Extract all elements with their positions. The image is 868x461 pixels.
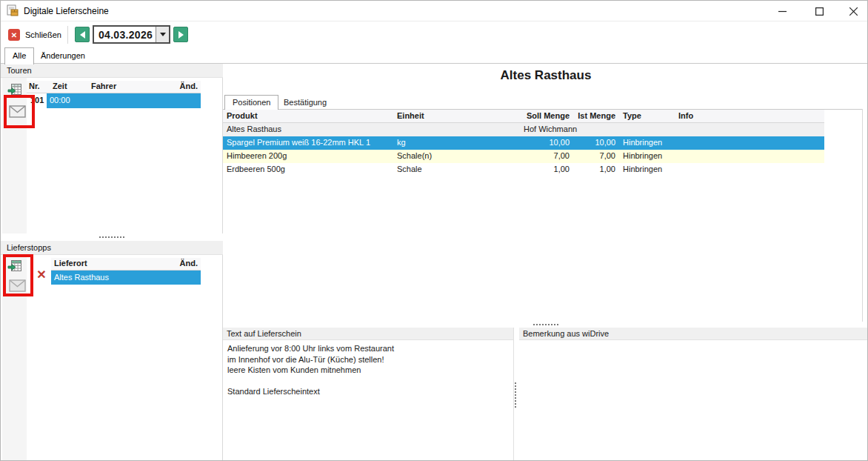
close-icon xyxy=(849,7,858,16)
tour-number: 101 xyxy=(30,96,44,105)
splitter-grip xyxy=(99,236,124,238)
schliessen-button[interactable]: ✕ Schließen xyxy=(8,27,61,42)
widrive-remark-content[interactable] xyxy=(519,340,868,461)
app-icon xyxy=(7,4,19,17)
widrive-remark-title: Bemerkung aus wiDrive xyxy=(519,328,868,340)
title-bar: Digitale Lieferscheine xyxy=(1,1,868,21)
touren-icon-strip xyxy=(2,78,27,233)
date-dropdown-button[interactable] xyxy=(156,27,169,42)
lieferschein-text-content[interactable]: Anlieferung vor 8:00 Uhr links vom Resta… xyxy=(223,340,513,461)
tab-bestaetigung[interactable]: Bestätigung xyxy=(276,96,334,110)
tab-positionen[interactable]: Positionen xyxy=(224,95,278,110)
arrow-left-icon xyxy=(80,31,85,39)
next-day-button[interactable] xyxy=(173,27,188,42)
positions-table-header: Produkt Einheit Soll Menge Ist Menge Typ… xyxy=(223,110,824,123)
splitter-grip xyxy=(533,324,558,325)
date-value: 04.03.2026 xyxy=(94,27,156,42)
lieferstopp-row[interactable]: Altes Rasthaus xyxy=(51,271,201,285)
delete-stop-icon[interactable]: ✕ xyxy=(35,268,48,282)
minimize-button[interactable] xyxy=(765,1,799,21)
chevron-down-icon xyxy=(160,33,166,36)
group-row[interactable]: Altes Rasthaus Hof Wichmann xyxy=(223,123,824,136)
tab-alle[interactable]: Alle xyxy=(4,47,34,64)
touren-table-header: Nr. Zeit Fahrer Änd. xyxy=(27,81,201,93)
main-tab-bar: Alle Änderungen xyxy=(1,47,868,64)
toolbar: ✕ Schließen 04.03.2026 xyxy=(1,22,868,47)
close-window-button[interactable] xyxy=(836,1,868,21)
mail-icon-disabled[interactable] xyxy=(9,279,26,292)
lieferschein-text-title: Text auf Lieferschein xyxy=(223,328,513,340)
lieferschein-text-panel: Text auf Lieferschein Anlieferung vor 8:… xyxy=(223,328,514,461)
page-title: Altes Rasthaus xyxy=(223,68,868,83)
horizontal-splitter[interactable] xyxy=(1,233,223,241)
tour-time: 00:00 xyxy=(47,93,201,108)
red-x-icon: ✕ xyxy=(8,29,20,41)
horizontal-splitter[interactable] xyxy=(223,322,868,328)
table-row[interactable]: Erdbeeren 500g Schale 1,00 1,00 Hinbring… xyxy=(223,163,824,176)
panel-border xyxy=(862,109,863,322)
date-picker[interactable]: 04.03.2026 xyxy=(93,25,170,44)
left-panel: Touren Nr. Zeit Fahrer Änd. 101 00:00 Li… xyxy=(1,64,223,461)
previous-day-button[interactable] xyxy=(75,27,90,42)
table-row[interactable]: Spargel Premium weiß 16-22mm HKL 1 kg 10… xyxy=(223,136,824,150)
table-row[interactable]: Himbeeren 200g Schale(n) 7,00 7,00 Hinbr… xyxy=(223,150,824,163)
touren-section-title: Touren xyxy=(1,64,223,78)
maximize-icon xyxy=(815,7,824,16)
lieferstopps-table-header: Lieferort Änd. xyxy=(51,258,201,271)
arrow-right-icon xyxy=(178,31,184,39)
tab-aenderungen[interactable]: Änderungen xyxy=(33,48,93,64)
maximize-button[interactable] xyxy=(802,1,836,21)
touren-row[interactable]: 101 00:00 xyxy=(27,93,201,108)
mail-icon[interactable] xyxy=(9,105,26,118)
lieferstopps-section-title: Lieferstopps xyxy=(1,241,223,255)
widrive-remark-panel: Bemerkung aus wiDrive xyxy=(519,328,868,461)
vertical-splitter[interactable] xyxy=(515,382,516,408)
send-to-table-icon[interactable] xyxy=(7,83,22,96)
app-window: Digitale Lieferscheine ✕ Schließen 04.03… xyxy=(0,0,868,461)
detail-panel: Altes Rasthaus Positionen Bestätigung Pr… xyxy=(223,64,868,461)
toolbar-separator xyxy=(67,26,68,44)
minimize-icon xyxy=(778,7,787,16)
window-title: Digitale Lieferscheine xyxy=(24,6,109,16)
send-to-table-icon[interactable] xyxy=(7,259,22,273)
